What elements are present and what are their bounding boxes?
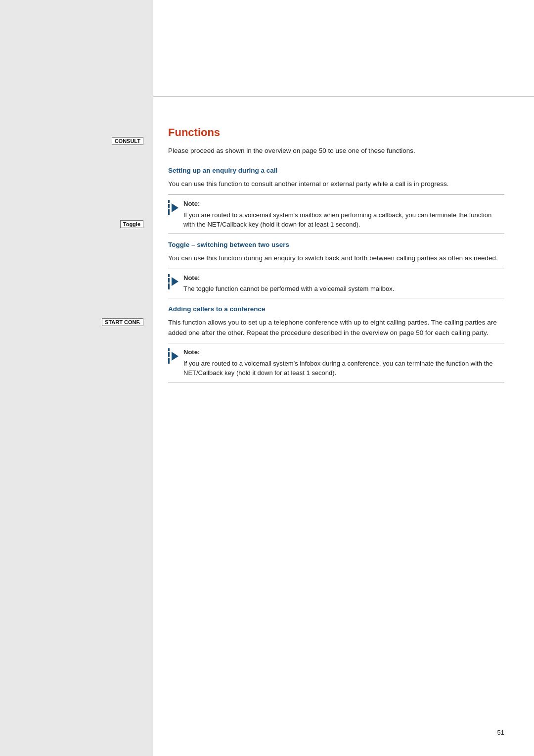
bar-9 <box>168 358 170 364</box>
bar-5 <box>168 278 170 283</box>
main-content: Functions Please proceed as shown in the… <box>153 0 534 756</box>
note-label-3: Note: <box>183 347 504 357</box>
section-start-conf: Adding callers to a conference This func… <box>168 305 504 382</box>
section-start-conf-heading: Adding callers to a conference <box>168 305 504 313</box>
top-rule <box>153 96 534 97</box>
section-toggle-heading: Toggle – switching between two users <box>168 241 504 248</box>
bars-icon-3 <box>168 348 170 364</box>
bar-8 <box>168 352 170 357</box>
page: CONSULT Toggle START CONF. Functions Ple… <box>0 0 534 756</box>
bars-arrow-icon-3 <box>168 348 178 364</box>
arrow-icon-1 <box>172 203 178 212</box>
sidebar-top-gray <box>0 0 153 96</box>
bars-arrow-icon-1 <box>168 200 178 215</box>
content-body: Functions Please proceed as shown in the… <box>168 0 504 382</box>
bar-4 <box>168 274 170 277</box>
section-start-conf-body: This function allows you to set up a tel… <box>168 318 504 338</box>
bar-7 <box>168 348 170 351</box>
note-icon-3 <box>168 347 178 364</box>
section-consult-heading: Setting up an enquiry during a call <box>168 167 504 174</box>
section-toggle-note-content: Note: The toggle function cannot be perf… <box>183 273 394 294</box>
bar-1 <box>168 200 170 203</box>
bars-arrow-icon-2 <box>168 274 178 289</box>
sidebar: CONSULT Toggle START CONF. <box>0 0 153 756</box>
bars-icon-1 <box>168 200 170 215</box>
bar-6 <box>168 284 170 289</box>
note-icon-1 <box>168 199 178 215</box>
section-consult-note-content: Note: If you are routed to a voicemail s… <box>183 199 504 230</box>
consult-tag: CONSULT <box>112 137 143 145</box>
arrow-icon-3 <box>172 352 178 361</box>
note-text-3: If you are routed to a voicemail system’… <box>183 360 493 377</box>
section-toggle: Toggle – switching between two users You… <box>168 241 504 298</box>
note-icon-2 <box>168 273 178 289</box>
note-text-2: The toggle function cannot be performed … <box>183 285 394 292</box>
toggle-tag: Toggle <box>120 220 143 228</box>
section-start-conf-note-content: Note: If you are routed to a voicemail s… <box>183 347 504 378</box>
note-label-2: Note: <box>183 273 394 283</box>
section-start-conf-note: Note: If you are routed to a voicemail s… <box>168 343 504 382</box>
arrow-icon-2 <box>172 277 178 286</box>
section-consult-body: You can use this function to consult ano… <box>168 179 504 189</box>
section-consult: Setting up an enquiry during a call You … <box>168 167 504 234</box>
section-toggle-body: You can use this function during an enqu… <box>168 253 504 264</box>
bar-2 <box>168 204 170 208</box>
note-label-1: Note: <box>183 199 504 209</box>
bars-icon-2 <box>168 274 170 289</box>
start-conf-tag: START CONF. <box>102 318 143 326</box>
bar-3 <box>168 209 170 215</box>
section-toggle-note: Note: The toggle function cannot be perf… <box>168 269 504 298</box>
note-text-1: If you are routed to a voicemail system'… <box>183 211 491 229</box>
page-number: 51 <box>497 729 504 736</box>
intro-paragraph: Please proceed as shown in the overview … <box>168 146 504 156</box>
section-consult-note: Note: If you are routed to a voicemail s… <box>168 194 504 234</box>
page-title: Functions <box>168 126 504 139</box>
